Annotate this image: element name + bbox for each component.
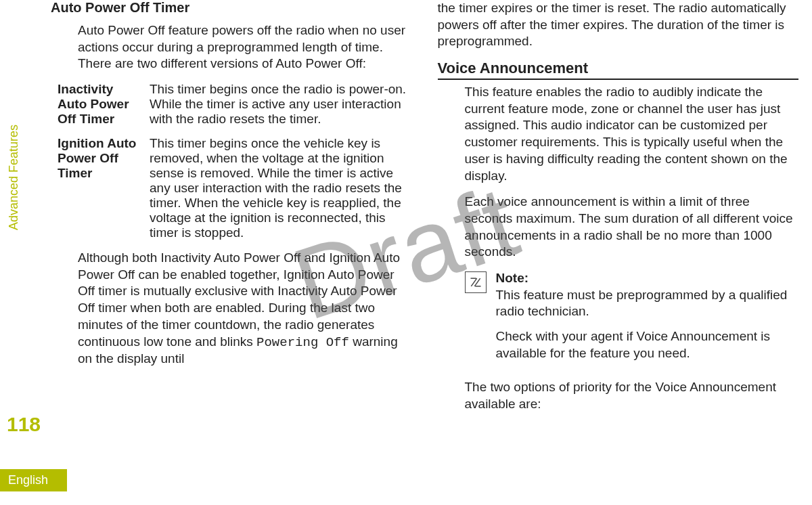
note-box: Note: This feature must be preprogrammed… <box>438 270 799 370</box>
section-tab-label: Advanced Features <box>7 125 21 230</box>
definition-description: This timer begins once the radio is powe… <box>150 82 412 127</box>
auto-power-off-closing: Although both Inactivity Auto Power Off … <box>51 250 412 368</box>
note-line1: This feature must be preprogrammed by a … <box>496 288 788 319</box>
auto-power-off-heading: Auto Power Off Timer <box>51 0 412 16</box>
definition-list: Inactivity Auto Power Off Timer This tim… <box>51 82 412 240</box>
note-line2: Check with your agent if Voice Announcem… <box>496 328 799 361</box>
definition-description: This timer begins once the vehicle key i… <box>150 136 412 240</box>
note-icon <box>465 271 487 293</box>
voice-announcement-para3: The two options of priority for the Voic… <box>438 379 799 412</box>
language-tab: English <box>0 469 67 491</box>
page-number: 118 <box>7 413 41 436</box>
note-title: Note: <box>496 271 529 285</box>
definition-row: Inactivity Auto Power Off Timer This tim… <box>58 82 412 127</box>
right-continuation: the timer expires or the timer is reset.… <box>438 0 799 50</box>
voice-announcement-para2: Each voice announcement is within a limi… <box>438 194 799 261</box>
note-body: Note: This feature must be preprogrammed… <box>496 270 799 370</box>
auto-power-off-intro: Auto Power Off feature powers off the ra… <box>51 22 412 72</box>
voice-announcement-para1: This feature enables the radio to audibl… <box>438 84 799 184</box>
voice-announcement-heading: Voice Announcement <box>438 60 799 80</box>
definition-term: Inactivity Auto Power Off Timer <box>58 82 137 127</box>
definition-term: Ignition Auto Power Off Timer <box>58 136 137 240</box>
definition-row: Ignition Auto Power Off Timer This timer… <box>58 136 412 240</box>
powering-off-code: Powering Off <box>256 335 349 350</box>
